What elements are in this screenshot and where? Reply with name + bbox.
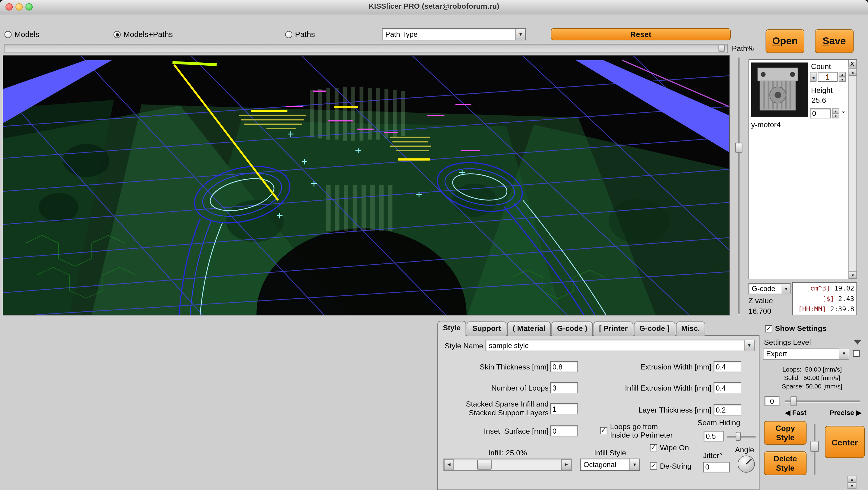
infill-slider[interactable]: ◀ ▶ bbox=[443, 459, 572, 471]
infill-slider-right-icon[interactable]: ▶ bbox=[561, 459, 571, 470]
fast-label: ◀ Fast bbox=[785, 408, 806, 417]
seam-hiding-slider[interactable] bbox=[727, 436, 755, 437]
corner-scroll-down-icon[interactable]: ▼ bbox=[847, 483, 856, 489]
tab-misc[interactable]: Misc. bbox=[676, 321, 706, 336]
infill-style-label: Infill Style bbox=[580, 449, 640, 457]
tab-support[interactable]: Support bbox=[467, 321, 507, 336]
style-slider-thumb[interactable] bbox=[810, 441, 819, 452]
loops-inside-checkbox[interactable] bbox=[600, 427, 608, 434]
save-button[interactable]: Save bbox=[815, 29, 854, 53]
settings-level-expand-icon[interactable] bbox=[854, 339, 861, 345]
path-type-dropdown[interactable]: Path Type ▼ bbox=[382, 28, 526, 40]
count-spin-down-icon[interactable]: ▼ bbox=[839, 77, 846, 82]
extrusion-width-input[interactable] bbox=[714, 361, 741, 372]
style-name-chevron-down-icon[interactable]: ▼ bbox=[744, 340, 754, 351]
skin-thickness-label: Skin Thickness [mm] bbox=[442, 363, 549, 371]
wipe-on-checkbox[interactable] bbox=[650, 444, 657, 451]
angle-label: Angle bbox=[732, 446, 757, 454]
reset-button[interactable]: Reset bbox=[551, 28, 731, 40]
corner-scrollbar[interactable]: ▲ ▼ bbox=[847, 476, 856, 489]
speed-quality-slider-thumb[interactable] bbox=[790, 396, 797, 406]
path-percent-slider[interactable] bbox=[4, 44, 728, 53]
settings-level-dropdown[interactable]: Expert ▼ bbox=[763, 348, 849, 360]
path-type-value: Path Type bbox=[385, 30, 418, 38]
inset-surface-input[interactable] bbox=[550, 425, 578, 436]
settings-level-lock-checkbox[interactable] bbox=[853, 350, 860, 357]
delete-style-button[interactable]: Delete Style bbox=[764, 451, 806, 475]
radio-models-label: Models bbox=[14, 30, 39, 39]
speed-quality-input[interactable] bbox=[765, 396, 780, 406]
viewport-3d[interactable] bbox=[3, 56, 730, 316]
model-close-button[interactable]: X bbox=[848, 60, 857, 67]
view-slider-track[interactable] bbox=[738, 58, 740, 314]
number-of-loops-input[interactable] bbox=[550, 382, 578, 393]
radio-models-paths[interactable] bbox=[114, 31, 121, 38]
tab-printer-gcode[interactable]: G-code ] bbox=[634, 321, 675, 336]
radio-models[interactable] bbox=[4, 31, 12, 38]
rotation-spin-down-icon[interactable]: ▼ bbox=[832, 113, 839, 119]
rotation-input[interactable] bbox=[810, 108, 831, 119]
infill-slider-thumb[interactable] bbox=[477, 460, 492, 469]
wipe-on-label: Wipe On bbox=[660, 444, 689, 452]
loops-inside-label-line1: Loops go from bbox=[610, 423, 658, 431]
angle-knob[interactable] bbox=[737, 455, 755, 473]
height-value: 25.6 bbox=[812, 96, 826, 105]
z-value: 16.700 bbox=[749, 307, 772, 316]
jitter-input[interactable] bbox=[703, 462, 730, 472]
seam-hiding-label: Seam Hiding bbox=[687, 419, 751, 427]
infill-slider-left-icon[interactable]: ◀ bbox=[444, 459, 454, 470]
rotation-spin-up-icon[interactable]: ▲ bbox=[832, 108, 839, 113]
solid-speed-label: Solid: 50.00 [mm/s] bbox=[763, 374, 861, 381]
destring-checkbox[interactable] bbox=[650, 462, 657, 469]
degree-label: ° bbox=[842, 109, 845, 118]
seam-hiding-input[interactable] bbox=[704, 431, 723, 442]
layer-thickness-input[interactable] bbox=[714, 404, 741, 416]
path-type-chevron-down-icon[interactable]: ▼ bbox=[516, 29, 525, 40]
scroll-down-icon[interactable]: ▼ bbox=[849, 271, 857, 279]
corner-scroll-up-icon[interactable]: ▲ bbox=[847, 476, 856, 483]
model-list-panel: Count ◀ ▲ ▼ Height 25.6 ▲ ▼ ° y-motor4 ▲… bbox=[749, 59, 857, 280]
style-name-combo[interactable]: sample style ▼ bbox=[486, 339, 754, 351]
path-percent-label: Path% bbox=[732, 44, 754, 53]
infill-style-dropdown[interactable]: Octagonal ▼ bbox=[580, 459, 640, 471]
model-thumbnail[interactable] bbox=[751, 62, 808, 118]
angle-knob-dial bbox=[737, 455, 755, 473]
seam-hiding-slider-thumb[interactable] bbox=[736, 432, 741, 441]
path-percent-slider-thumb[interactable] bbox=[718, 45, 724, 52]
style-name-label: Style Name bbox=[439, 342, 484, 350]
tab-style[interactable]: Style bbox=[437, 321, 466, 336]
sparse-speed-label: Sparse: 50.00 [mm/s] bbox=[763, 383, 861, 389]
view-slider-thumb[interactable] bbox=[735, 143, 743, 153]
count-spinner[interactable]: ▲ ▼ bbox=[839, 72, 846, 82]
tab-material[interactable]: ( Material bbox=[507, 321, 551, 336]
stat-cost: [$] 2.43 bbox=[793, 294, 856, 304]
open-button[interactable]: Open bbox=[766, 29, 804, 53]
number-of-loops-label: Number of Loops bbox=[442, 384, 549, 392]
skin-thickness-input[interactable] bbox=[550, 361, 578, 372]
tab-material-gcode[interactable]: G-code ) bbox=[552, 321, 593, 336]
radio-paths-label: Paths bbox=[295, 30, 315, 39]
tab-printer[interactable]: [ Printer bbox=[593, 321, 633, 336]
settings-level-chevron-down-icon[interactable]: ▼ bbox=[839, 348, 849, 359]
extrusion-width-label: Extrusion Width [mm] bbox=[602, 363, 711, 371]
copy-style-button[interactable]: Copy Style bbox=[764, 421, 806, 445]
model-list-scrollbar[interactable]: ▲ ▼ bbox=[848, 68, 857, 279]
stacked-layers-input[interactable] bbox=[550, 403, 578, 414]
show-settings-checkbox[interactable] bbox=[765, 325, 772, 332]
stacked-layers-label-line2: Stacked Support Layers bbox=[442, 409, 549, 417]
infill-style-chevron-down-icon[interactable]: ▼ bbox=[629, 459, 640, 470]
count-decrement-icon[interactable]: ◀ bbox=[810, 72, 816, 82]
print-stats-box: [cm^3] 19.02 [$] 2.43 [HH:MM] 2:39.8 bbox=[792, 282, 857, 315]
radio-paths[interactable] bbox=[285, 31, 292, 38]
scroll-up-icon[interactable]: ▲ bbox=[849, 68, 857, 76]
infill-extrusion-width-input[interactable] bbox=[714, 382, 741, 393]
rotation-spinner[interactable]: ▲ ▼ bbox=[832, 108, 839, 119]
center-button[interactable]: Center bbox=[825, 426, 865, 458]
stat-time: [HH:MM] 2:39.8 bbox=[793, 304, 856, 315]
gcode-chevron-down-icon[interactable]: ▼ bbox=[782, 284, 790, 294]
gcode-dropdown[interactable]: G-code ▼ bbox=[749, 283, 790, 294]
count-input[interactable] bbox=[818, 72, 838, 82]
precise-label: Precise ▶ bbox=[818, 408, 861, 417]
style-name-value: sample style bbox=[489, 341, 529, 350]
count-spin-up-icon[interactable]: ▲ bbox=[839, 72, 846, 77]
